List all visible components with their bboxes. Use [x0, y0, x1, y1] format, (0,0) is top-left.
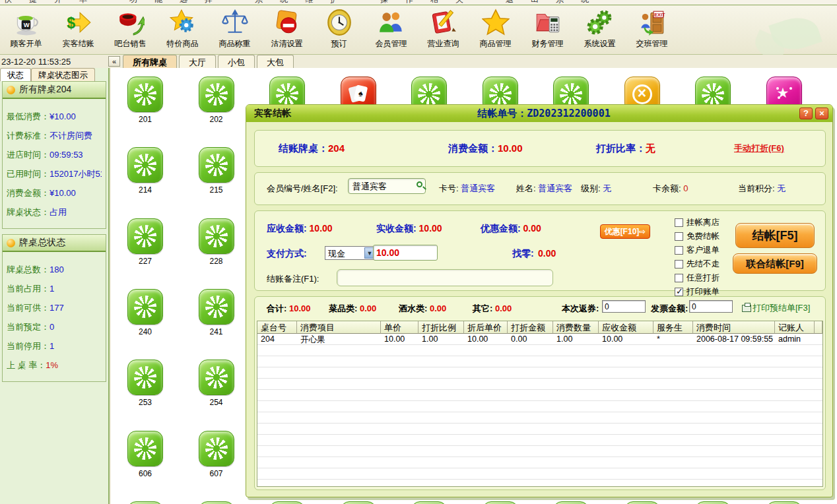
table-tile-face[interactable] — [199, 289, 234, 325]
grid-header-cell[interactable]: 消费数量 — [553, 321, 599, 334]
checkbox-icon[interactable] — [675, 232, 683, 241]
grid-header-cell[interactable]: 桌台号 — [257, 321, 297, 334]
toolbar-item-shift-manage[interactable]: EXIT 交班管理 — [626, 8, 678, 49]
toolbar-item-members[interactable]: 会员管理 — [365, 8, 417, 49]
toolbar-item-goods-manage[interactable]: 商品管理 — [469, 8, 521, 49]
grid-header-cell[interactable]: 记账人 — [775, 321, 815, 334]
table-tile[interactable]: 215 — [199, 147, 234, 196]
bill-item-row[interactable]: 204 开心果 10.00 1.00 10.00 0.00 — [257, 334, 822, 345]
room-area-tab[interactable]: 大包 — [257, 55, 294, 68]
checkout-option[interactable]: 任意打折 — [675, 271, 720, 285]
toolbar-item-system-settings[interactable]: 系统设置 — [574, 8, 626, 49]
checkbox-icon[interactable] — [675, 260, 683, 268]
sidebar-tab[interactable]: 状态 — [0, 68, 31, 81]
menu-bar[interactable]: 快捷开单 功能选择 系统维护 操作相关 退出系统 — [0, 0, 837, 5]
toolbar-item-open-order[interactable]: W 顾客开单 — [0, 8, 52, 49]
room-area-tab[interactable]: 大厅 — [179, 55, 216, 68]
table-tile-face[interactable] — [199, 147, 234, 183]
table-tile-face[interactable] — [199, 501, 234, 504]
table-tile[interactable]: 607 — [199, 431, 234, 480]
table-tile[interactable]: 214 — [127, 147, 163, 196]
coupon-return-input[interactable]: 0 — [602, 300, 646, 313]
table-tile-face[interactable] — [199, 360, 234, 395]
table-tile[interactable]: 606 — [127, 431, 163, 480]
toolbar-item-weighing[interactable]: 商品称重 — [209, 8, 261, 49]
table-tile[interactable]: 253 — [127, 360, 163, 408]
checkout-note-input[interactable] — [337, 269, 553, 286]
sidebar-tab[interactable]: 牌桌状态图示 — [31, 68, 95, 81]
room-area-tab[interactable]: 所有牌桌 — [123, 55, 177, 68]
table-tile[interactable]: 227 — [127, 218, 163, 267]
table-tile[interactable] — [766, 501, 802, 504]
grid-header-cell[interactable]: 单价 — [381, 321, 418, 334]
table-tile[interactable] — [695, 501, 731, 504]
table-tile[interactable] — [483, 501, 518, 504]
invoice-input[interactable]: 0 — [689, 300, 733, 313]
dialog-titlebar[interactable]: 宾客结帐 结帐单号：ZD202312200001 ? × — [246, 105, 832, 122]
print-prebill-link[interactable]: 打印预结单[F3] — [742, 302, 810, 314]
grid-header-cell[interactable]: 服务生 — [653, 321, 693, 334]
toolbar-item-special-goods[interactable]: 特价商品 — [156, 8, 209, 49]
checkbox-icon[interactable] — [675, 218, 683, 227]
grid-header-cell[interactable]: 折后单价 — [464, 321, 508, 334]
table-tile-face[interactable] — [199, 431, 234, 466]
grid-header-cell[interactable]: 打折金额 — [508, 321, 553, 334]
room-area-tab[interactable]: 小包 — [218, 55, 255, 68]
table-tile[interactable] — [411, 501, 447, 504]
search-icon[interactable] — [417, 181, 422, 187]
table-tile[interactable] — [199, 501, 234, 504]
table-tile[interactable] — [269, 501, 305, 504]
table-tile-face[interactable] — [127, 360, 163, 395]
table-tile-face[interactable] — [127, 218, 163, 254]
checkbox-icon[interactable] — [675, 246, 683, 255]
member-search-input[interactable]: 普通宾客 — [348, 178, 426, 194]
grid-header-cell[interactable]: 应收金额 — [599, 321, 653, 334]
table-tile-face[interactable] — [127, 147, 163, 183]
table-tile[interactable] — [341, 501, 376, 504]
table-tile-face[interactable] — [624, 501, 660, 504]
table-tile-face[interactable] — [695, 501, 731, 504]
toolbar-item-guest-checkout[interactable]: $ 宾客结账 — [52, 8, 104, 49]
table-tile-face[interactable] — [127, 289, 163, 325]
table-tile-face[interactable] — [483, 501, 518, 504]
close-button[interactable]: × — [815, 108, 828, 119]
toolbar-item-finance[interactable]: 财务管理 — [521, 8, 574, 49]
table-tile[interactable]: 254 — [199, 360, 234, 408]
settle-button[interactable]: 结帐[F5] — [735, 223, 815, 248]
toolbar-item-business-query[interactable]: 营业查询 — [417, 8, 469, 49]
table-tile[interactable]: 202 — [199, 77, 234, 125]
table-tile-face[interactable] — [127, 77, 163, 112]
pay-method-select[interactable]: 现金▼ — [325, 246, 376, 260]
table-tile-face[interactable] — [269, 501, 305, 504]
manual-discount-link[interactable]: 手动打折(F6) — [734, 142, 784, 154]
table-tile-face[interactable] — [199, 77, 234, 112]
table-tile[interactable] — [553, 501, 589, 504]
table-tile[interactable]: 241 — [199, 289, 234, 338]
checkout-option[interactable]: 先结不走 — [675, 257, 720, 271]
table-tile[interactable] — [127, 501, 163, 504]
coupon-button[interactable]: 优惠[F10]⇨ — [600, 224, 650, 239]
checkbox-icon[interactable] — [675, 288, 683, 296]
grid-header-cell[interactable]: 打折比例 — [418, 321, 464, 334]
toolbar-item-soldout-setting[interactable]: 沽清设置 — [261, 8, 313, 49]
table-tile[interactable]: 240 — [127, 289, 163, 338]
table-tile[interactable]: 201 — [127, 77, 163, 125]
checkout-option[interactable]: 挂帐离店 — [675, 216, 720, 230]
grid-header-cell[interactable]: 消费时间 — [693, 321, 775, 334]
table-tile-face[interactable] — [411, 501, 447, 504]
table-tile-face[interactable] — [341, 501, 376, 504]
checkbox-icon[interactable] — [675, 274, 683, 282]
joint-settle-button[interactable]: 联合结帐[F9] — [733, 253, 817, 274]
table-tile-face[interactable] — [766, 501, 802, 504]
checkout-option[interactable]: 免费结帐 — [675, 230, 720, 243]
guest-pay-input[interactable]: 10.00 — [373, 245, 438, 261]
grid-header-cell[interactable]: 消费项目 — [297, 321, 381, 334]
help-button[interactable]: ? — [799, 108, 813, 119]
checkout-option[interactable]: 客户退单 — [675, 243, 720, 257]
table-tile-face[interactable] — [127, 431, 163, 466]
table-tile-face[interactable] — [127, 501, 163, 504]
table-tile-face[interactable] — [553, 501, 589, 504]
table-tile[interactable] — [624, 501, 660, 504]
table-tile[interactable]: 228 — [199, 218, 234, 267]
toolbar-item-reservation[interactable]: 预订 — [313, 8, 365, 49]
